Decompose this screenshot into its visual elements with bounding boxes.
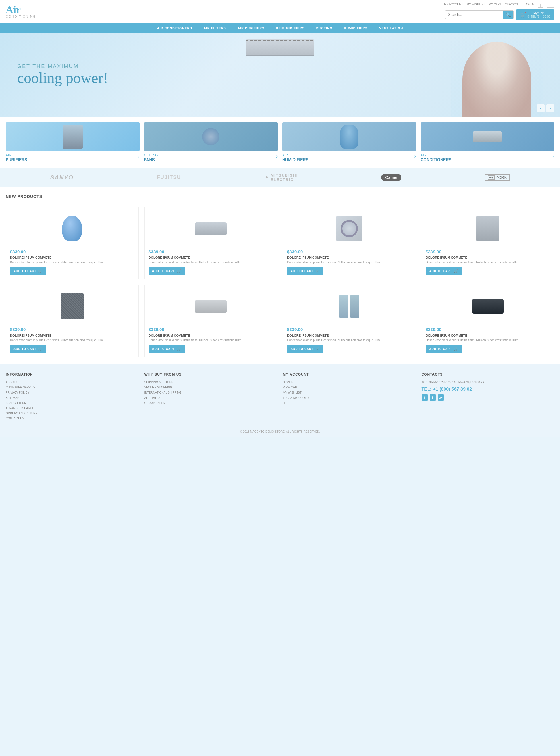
product-name-8: DOLORE IPSUM COMMETE — [426, 334, 550, 337]
footer-advanced-search[interactable]: ADVANCED SEARCH — [6, 406, 139, 411]
add-to-cart-3[interactable]: ADD TO CART 🛒 — [287, 267, 323, 275]
humidifier-product-icon — [62, 216, 82, 242]
my-wishlist-link[interactable]: MY WISHLIST — [467, 3, 485, 8]
add-to-cart-7[interactable]: ADD TO CART 🛒 — [287, 345, 323, 353]
brand-fujitsu[interactable]: FUJITSU — [157, 175, 181, 180]
brand-mitsubishi[interactable]: ✦ MITSUBISHIELECTRIC — [264, 173, 298, 182]
footer-site-map[interactable]: SITE MAP — [6, 395, 139, 401]
nav-air-conditioners[interactable]: AIR CONDITIONERS — [151, 23, 198, 33]
social-facebook[interactable]: f — [429, 394, 436, 401]
footer-about-us[interactable]: ABOUT US — [6, 380, 139, 385]
product-card-2: $339.00 DOLORE IPSUM COMMETE Donec vitae… — [144, 207, 277, 279]
product-img-8 — [426, 289, 550, 324]
hero-next-arrow[interactable]: › — [546, 104, 554, 112]
product-card-3: $339.00 DOLORE IPSUM COMMETE Donec vitae… — [283, 207, 416, 279]
product-desc-2: Donec vitae diam id purus luctus finiss.… — [149, 261, 273, 264]
footer-contacts-title: CONTACTS — [422, 372, 555, 376]
wallac-product-icon — [472, 299, 504, 313]
cat-arrow-fans: › — [276, 153, 278, 159]
cart-icon: 🛒 — [520, 12, 526, 18]
brand-carrier[interactable]: Carrier — [381, 174, 401, 181]
footer-track-order[interactable]: TRACK MY ORDER — [283, 395, 416, 401]
my-account-link[interactable]: MY ACCOUNT — [444, 3, 463, 8]
social-twitter[interactable]: t — [422, 394, 428, 401]
cat-label-fans: CEILING FANS › — [144, 153, 278, 162]
add-to-cart-6[interactable]: ADD TO CART 🛒 — [149, 345, 185, 353]
products-section: NEW PRODUCTS $339.00 DOLORE IPSUM COMMET… — [0, 187, 560, 364]
nav-air-purifiers[interactable]: AIR PURIFIERS — [232, 23, 270, 33]
footer-copyright: © 2013 MAGENTO DEMO STORE. ALL RIGHTS RE… — [6, 427, 554, 433]
nav-dehumidifiers[interactable]: DEHUMIDIFIERS — [270, 23, 311, 33]
cat-tile-purifiers[interactable]: AIR PURIFIERS › — [6, 122, 140, 162]
cat-label-ac: AIR CONDITIONERS › — [421, 153, 555, 162]
search-box: 🔍 — [445, 11, 514, 19]
cat-tile-ac[interactable]: AIR CONDITIONERS › — [421, 122, 555, 162]
my-cart-link[interactable]: MY CART — [489, 3, 502, 8]
footer-information-title: INFORMATION — [6, 372, 139, 376]
lang-selector[interactable]: En — [547, 3, 554, 8]
nav-ducting[interactable]: DUCTING — [310, 23, 338, 33]
add-to-cart-4[interactable]: ADD TO CART 🛒 — [426, 267, 462, 275]
cart-button[interactable]: 🛒 My Cart 0 ITEM(S) - $0.00 — [516, 9, 554, 20]
products-grid: $339.00 DOLORE IPSUM COMMETE Donec vitae… — [6, 207, 554, 357]
hero-banner: GET THE MAXIMUM cooling power! ‹ › — [0, 33, 560, 117]
add-to-cart-8[interactable]: ADD TO CART 🛒 — [426, 345, 462, 353]
footer-shipping-returns[interactable]: SHIPPING & RETURNS — [144, 380, 277, 385]
footer-col-contacts: CONTACTS 8901 MARMORA ROAD, GLASGOW, D04… — [422, 372, 555, 421]
footer-search-terms[interactable]: SEARCH TERMS — [6, 401, 139, 406]
product-name-3: DOLORE IPSUM COMMETE — [287, 256, 412, 259]
product-desc-7: Donec vitae diam id purus luctus finiss.… — [287, 338, 412, 342]
footer-view-cart[interactable]: VIEW CART — [283, 385, 416, 390]
brand-sanyo[interactable]: SANYO — [50, 174, 74, 181]
nav-humidifiers[interactable]: HUMIDIFIERS — [338, 23, 373, 33]
footer-privacy-policy[interactable]: PRIVACY POLICY — [6, 390, 139, 395]
footer-affiliates[interactable]: AFFILIATES — [144, 395, 277, 401]
footer-intl-shipping[interactable]: INTERNATIONAL SHIPPING — [144, 390, 277, 395]
login-link[interactable]: LOG IN — [524, 3, 534, 8]
header: Air CONDITIONING MY ACCOUNT MY WISHLIST … — [0, 0, 560, 23]
product-price-4: $339.00 — [426, 249, 550, 254]
footer-group-sales[interactable]: GROUP SALES — [144, 401, 277, 406]
product-card-8: $339.00 DOLORE IPSUM COMMETE Donec vitae… — [422, 285, 555, 357]
brands-bar: SANYO FUJITSU ✦ MITSUBISHIELECTRIC Carri… — [0, 168, 560, 187]
footer-contact-us[interactable]: CONTACT US — [6, 416, 139, 421]
nav-air-filters[interactable]: AIR FILTERS — [198, 23, 232, 33]
footer-orders-returns[interactable]: ORDERS AND RETURNS — [6, 411, 139, 416]
social-icons: t f g+ — [422, 394, 555, 401]
brand-york[interactable]: ✦✦ YORK — [485, 174, 510, 181]
hero-prev-arrow[interactable]: ‹ — [537, 104, 545, 112]
purifier-icon — [63, 125, 83, 149]
fan-product-icon — [336, 216, 362, 242]
logo[interactable]: Air CONDITIONING — [6, 5, 36, 18]
product-price-8: $339.00 — [426, 327, 550, 332]
product-img-4 — [426, 211, 550, 246]
checkout-link[interactable]: CHECKOUT — [505, 3, 521, 8]
cart-icon-7: 🛒 — [315, 347, 320, 351]
cat-img-humidifiers — [282, 122, 416, 151]
product-card-5: $339.00 DOLORE IPSUM COMMETE Donec vitae… — [6, 285, 139, 357]
search-button[interactable]: 🔍 — [503, 11, 514, 19]
footer-customer-service[interactable]: CUSTOMER SERVICE — [6, 385, 139, 390]
add-to-cart-5[interactable]: ADD TO CART 🛒 — [10, 345, 46, 353]
footer-why-buy-title: WHY BUY FROM US — [144, 372, 277, 376]
cat-tile-fans[interactable]: CEILING FANS › — [144, 122, 278, 162]
product-name-4: DOLORE IPSUM COMMETE — [426, 256, 550, 259]
social-googleplus[interactable]: g+ — [438, 394, 444, 401]
footer-secure-shopping[interactable]: SECURE SHOPPING — [144, 385, 277, 390]
product-price-3: $339.00 — [287, 249, 412, 254]
search-input[interactable] — [445, 11, 503, 18]
footer-my-wishlist[interactable]: MY WISHLIST — [283, 390, 416, 395]
add-to-cart-1[interactable]: ADD TO CART 🛒 — [10, 267, 46, 275]
currency-selector[interactable]: $ — [538, 3, 543, 8]
product-name-1: DOLORE IPSUM COMMETE — [10, 256, 134, 259]
footer-help[interactable]: HELP — [283, 401, 416, 406]
product-desc-5: Donec vitae diam id purus luctus finiss.… — [10, 338, 134, 342]
footer-col-my-account: MY ACCOUNT SIGN IN VIEW CART MY WISHLIST… — [283, 372, 416, 421]
footer-col-why-buy: WHY BUY FROM US SHIPPING & RETURNS SECUR… — [144, 372, 277, 421]
add-to-cart-2[interactable]: ADD TO CART 🛒 — [149, 267, 185, 275]
footer: INFORMATION ABOUT US CUSTOMER SERVICE PR… — [0, 364, 560, 437]
product-desc-8: Donec vitae diam id purus luctus finiss.… — [426, 338, 550, 342]
footer-sign-in[interactable]: SIGN IN — [283, 380, 416, 385]
nav-ventilation[interactable]: VENTILATION — [373, 23, 409, 33]
cat-tile-humidifiers[interactable]: AIR HUMIDIFIERS › — [282, 122, 416, 162]
